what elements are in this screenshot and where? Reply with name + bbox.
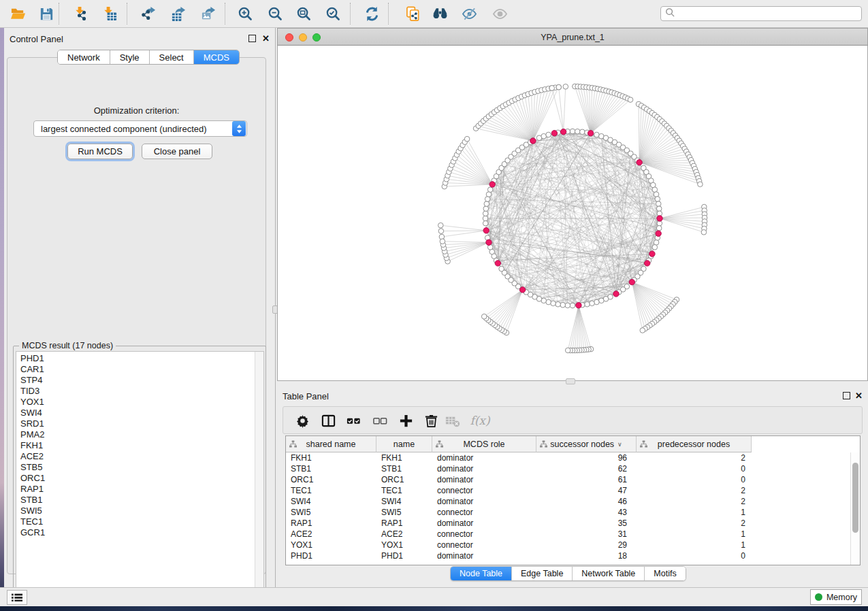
mcds-node-item[interactable]: SWI4 bbox=[16, 408, 263, 418]
search-field[interactable] bbox=[660, 6, 862, 21]
table-row[interactable]: RAP1RAP1dominator352 bbox=[286, 518, 850, 529]
export-table-icon[interactable] bbox=[166, 2, 191, 25]
toolbar-separator bbox=[225, 3, 225, 24]
tab-style[interactable]: Style bbox=[110, 50, 150, 64]
close-panel-button[interactable]: Close panel bbox=[142, 144, 212, 159]
export-image-icon[interactable] bbox=[196, 2, 221, 25]
delete-columns-icon[interactable] bbox=[420, 410, 442, 431]
mcds-node-item[interactable]: FKH1 bbox=[16, 440, 263, 451]
mcds-node-item[interactable]: STP4 bbox=[16, 375, 263, 386]
tab-motifs[interactable]: Motifs bbox=[645, 567, 685, 580]
deselect-all-rows-icon[interactable] bbox=[369, 410, 391, 431]
tab-edge-table[interactable]: Edge Table bbox=[512, 567, 573, 580]
table-cell: 2 bbox=[637, 485, 752, 496]
mcds-node-item[interactable]: ORC1 bbox=[16, 473, 263, 484]
show-columns-icon[interactable] bbox=[317, 410, 339, 431]
float-table-panel-icon[interactable] bbox=[843, 392, 850, 399]
tab-network-table[interactable]: Network Table bbox=[573, 567, 645, 580]
network-canvas[interactable] bbox=[277, 46, 868, 381]
mcds-node-item[interactable]: PMA2 bbox=[16, 429, 263, 440]
table-row[interactable]: STB1STB1dominator620 bbox=[286, 463, 850, 474]
mcds-node-item[interactable]: RAP1 bbox=[16, 484, 263, 495]
table-cell: dominator bbox=[432, 496, 536, 507]
table-cell: STB1 bbox=[376, 463, 432, 474]
task-history-button[interactable] bbox=[7, 590, 27, 605]
open-session-icon[interactable] bbox=[5, 2, 30, 25]
table-cell: SWI5 bbox=[376, 507, 432, 518]
column-header-successor-nodes[interactable]: successor nodes∨ bbox=[536, 436, 637, 452]
search-input[interactable] bbox=[675, 7, 861, 20]
mcds-list-scrollbar[interactable] bbox=[255, 352, 263, 596]
import-network-icon[interactable] bbox=[68, 2, 93, 25]
optimization-criterion-label: Optimization criterion: bbox=[7, 105, 266, 116]
table-row[interactable]: ACE2ACE2connector311 bbox=[286, 529, 850, 540]
table-cell: PHD1 bbox=[376, 550, 432, 561]
table-cell: dominator bbox=[432, 463, 536, 474]
table-cell: SWI4 bbox=[286, 496, 376, 507]
table-cell: connector bbox=[432, 529, 536, 540]
table-row[interactable]: YOX1YOX1connector291 bbox=[286, 540, 850, 550]
mcds-node-item[interactable]: GCR1 bbox=[16, 527, 263, 538]
first-neighbors-icon[interactable] bbox=[428, 2, 452, 25]
hide-selected-icon[interactable] bbox=[457, 2, 481, 25]
table-cell: 43 bbox=[536, 507, 637, 518]
mcds-node-item[interactable]: PHD1 bbox=[16, 353, 263, 364]
table-row[interactable]: SWI5SWI5connector431 bbox=[286, 507, 850, 518]
import-table-icon[interactable] bbox=[97, 2, 121, 25]
mcds-node-item[interactable]: TID3 bbox=[16, 386, 263, 397]
mcds-node-item[interactable]: STB1 bbox=[16, 495, 263, 506]
mcds-result-group: MCDS result (17 nodes) PHD1CAR1STP4TID3Y… bbox=[13, 346, 266, 599]
zoom-selected-icon[interactable] bbox=[321, 2, 345, 25]
toolbar-separator bbox=[388, 3, 389, 24]
column-header-shared-name[interactable]: shared name bbox=[286, 436, 376, 452]
zoom-out-icon[interactable] bbox=[263, 2, 287, 25]
table-cell: 0 bbox=[637, 550, 752, 561]
tab-select[interactable]: Select bbox=[150, 50, 194, 64]
tab-node-table[interactable]: Node Table bbox=[451, 567, 512, 580]
mcds-node-item[interactable]: ACE2 bbox=[16, 451, 263, 462]
table-cell: 31 bbox=[536, 529, 637, 540]
close-panel-icon[interactable]: ✕ bbox=[262, 33, 270, 44]
tab-network[interactable]: Network bbox=[58, 50, 110, 64]
table-row[interactable]: SWI4SWI4dominator462 bbox=[286, 496, 850, 507]
table-row[interactable]: TEC1TEC1connector472 bbox=[286, 485, 850, 496]
close-table-panel-icon[interactable]: ✕ bbox=[855, 391, 863, 401]
table-row[interactable]: FKH1FKH1dominator962 bbox=[286, 452, 850, 463]
table-row[interactable]: PHD1PHD1dominator180 bbox=[286, 550, 850, 561]
memory-button[interactable]: Memory bbox=[810, 589, 862, 605]
table-cell: 18 bbox=[536, 550, 637, 561]
node-table-rows: FKH1FKH1dominator962STB1STB1dominator620… bbox=[286, 452, 850, 561]
column-header-MCDS-role[interactable]: MCDS role bbox=[432, 436, 536, 452]
mcds-node-item[interactable]: TEC1 bbox=[16, 516, 263, 527]
mcds-result-list[interactable]: PHD1CAR1STP4TID3YOX1SWI4SRD1PMA2FKH1ACE2… bbox=[16, 351, 264, 597]
node-table-scrollbar[interactable] bbox=[850, 452, 860, 565]
mcds-node-item[interactable]: STB5 bbox=[16, 462, 263, 473]
table-panel-title: Table Panel bbox=[283, 391, 329, 401]
apply-layout-icon[interactable] bbox=[359, 2, 384, 25]
table-mode-gear-icon[interactable] bbox=[291, 410, 313, 431]
mcds-node-item[interactable]: YOX1 bbox=[16, 397, 263, 408]
optimization-criterion-dropdown[interactable]: largest connected component (undirected) bbox=[33, 120, 247, 137]
mcds-node-item[interactable]: SWI5 bbox=[16, 506, 263, 516]
column-header-predecessor-nodes[interactable]: predecessor nodes bbox=[637, 436, 752, 452]
run-mcds-button[interactable]: Run MCDS bbox=[67, 144, 133, 159]
control-panel: Control Panel ✕ NetworkStyleSelectMCDS O… bbox=[4, 28, 272, 587]
tab-mcds[interactable]: MCDS bbox=[194, 50, 239, 64]
scrollbar-thumb[interactable] bbox=[852, 463, 858, 533]
mcds-node-item[interactable]: SRD1 bbox=[16, 418, 263, 429]
search-icon bbox=[665, 7, 675, 20]
table-cell: dominator bbox=[432, 550, 536, 561]
table-row[interactable]: ORC1ORC1dominator610 bbox=[286, 474, 850, 485]
export-network-icon[interactable] bbox=[136, 2, 161, 25]
network-from-selection-icon[interactable] bbox=[400, 2, 425, 25]
table-panel-divider-handle[interactable] bbox=[566, 378, 575, 384]
select-all-rows-icon[interactable] bbox=[342, 410, 364, 431]
zoom-in-icon[interactable] bbox=[233, 2, 257, 25]
mcds-node-item[interactable]: CAR1 bbox=[16, 364, 263, 375]
float-panel-icon[interactable] bbox=[248, 35, 256, 42]
create-column-icon[interactable] bbox=[395, 410, 417, 431]
column-header-name[interactable]: name bbox=[376, 436, 432, 452]
zoom-fit-icon[interactable] bbox=[291, 2, 316, 25]
save-session-icon[interactable] bbox=[34, 2, 59, 25]
table-cell: 35 bbox=[536, 518, 637, 529]
